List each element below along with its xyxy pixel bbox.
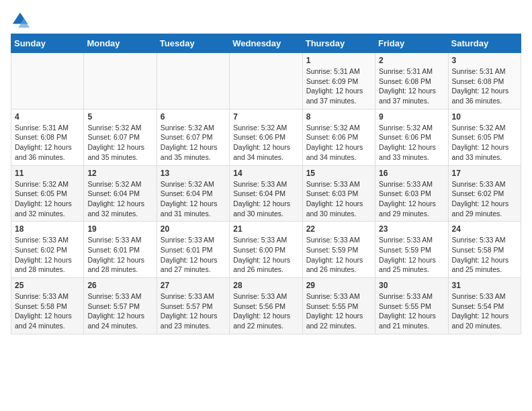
day-info-line: Daylight: 12 hours xyxy=(233,311,298,321)
day-info-line: Daylight: 12 hours xyxy=(306,199,371,209)
day-info-line: and 30 minutes. xyxy=(306,209,371,219)
day-info-line: Daylight: 12 hours xyxy=(306,311,371,321)
day-info-line: and 25 minutes. xyxy=(379,265,444,275)
day-info-line: Sunrise: 5:33 AM xyxy=(15,235,80,245)
calendar-cell: 6Sunrise: 5:32 AMSunset: 6:07 PMDaylight… xyxy=(157,109,229,165)
day-info-line: Daylight: 12 hours xyxy=(452,311,517,321)
calendar-cell: 24Sunrise: 5:33 AMSunset: 5:58 PMDayligh… xyxy=(448,222,521,278)
day-info-line: and 35 minutes. xyxy=(87,152,152,163)
weekday-header: Monday xyxy=(84,34,157,53)
calendar-cell: 7Sunrise: 5:32 AMSunset: 6:06 PMDaylight… xyxy=(230,109,302,165)
day-info-line: and 37 minutes. xyxy=(306,96,371,106)
day-info-line: Sunset: 6:08 PM xyxy=(15,132,80,142)
day-info-line: Daylight: 12 hours xyxy=(87,199,152,209)
calendar-cell: 26Sunrise: 5:33 AMSunset: 5:57 PMDayligh… xyxy=(84,278,157,334)
day-info-line: Sunset: 6:06 PM xyxy=(306,132,371,142)
day-info-line: Daylight: 12 hours xyxy=(15,311,80,321)
calendar-cell xyxy=(157,53,229,109)
calendar-table: SundayMondayTuesdayWednesdayThursdayFrid… xyxy=(11,34,521,334)
day-info-line: Sunrise: 5:32 AM xyxy=(87,179,152,189)
day-info-line: Sunset: 5:56 PM xyxy=(233,302,298,312)
day-info-line: Daylight: 12 hours xyxy=(161,142,226,152)
calendar-cell: 19Sunrise: 5:33 AMSunset: 6:01 PMDayligh… xyxy=(84,222,157,278)
weekday-header: Friday xyxy=(375,34,448,53)
calendar-cell: 5Sunrise: 5:32 AMSunset: 6:07 PMDaylight… xyxy=(84,109,157,165)
calendar-cell: 9Sunrise: 5:32 AMSunset: 6:06 PMDaylight… xyxy=(375,109,448,165)
day-info-line: Sunset: 5:58 PM xyxy=(452,245,517,255)
day-info-line: Sunrise: 5:32 AM xyxy=(452,123,517,133)
day-info-line: and 20 minutes. xyxy=(452,321,517,331)
logo-icon xyxy=(11,11,30,30)
day-info-line: and 37 minutes. xyxy=(379,96,444,106)
day-info-line: and 24 minutes. xyxy=(15,321,80,331)
day-info-line: Sunrise: 5:33 AM xyxy=(233,291,298,302)
day-info-line: and 33 minutes. xyxy=(379,152,444,163)
calendar-cell: 27Sunrise: 5:33 AMSunset: 5:57 PMDayligh… xyxy=(157,278,229,334)
day-info-line: and 30 minutes. xyxy=(233,209,298,219)
day-number: 12 xyxy=(87,169,152,178)
weekday-header: Tuesday xyxy=(157,34,229,53)
day-info-line: Sunrise: 5:33 AM xyxy=(452,235,517,245)
day-info-line: and 32 minutes. xyxy=(87,209,152,219)
day-info-line: Sunset: 5:59 PM xyxy=(306,245,371,255)
day-info-line: and 26 minutes. xyxy=(306,265,371,275)
logo xyxy=(11,11,32,30)
day-number: 6 xyxy=(161,112,226,122)
day-info-line: and 34 minutes. xyxy=(306,152,371,163)
calendar-cell: 10Sunrise: 5:32 AMSunset: 6:05 PMDayligh… xyxy=(448,109,521,165)
day-info-line: Sunset: 6:06 PM xyxy=(233,132,298,142)
calendar-cell: 11Sunrise: 5:32 AMSunset: 6:05 PMDayligh… xyxy=(11,165,84,222)
day-info-line: Sunrise: 5:33 AM xyxy=(87,291,152,302)
day-info-line: Sunset: 6:02 PM xyxy=(15,245,80,255)
day-info-line: Sunrise: 5:32 AM xyxy=(15,179,80,189)
day-info-line: Sunrise: 5:31 AM xyxy=(306,66,371,77)
calendar-cell: 12Sunrise: 5:32 AMSunset: 6:04 PMDayligh… xyxy=(84,165,157,222)
day-info-line: Sunset: 6:01 PM xyxy=(161,245,226,255)
weekday-header: Saturday xyxy=(448,34,521,53)
day-info-line: Daylight: 12 hours xyxy=(379,311,444,321)
calendar-cell: 8Sunrise: 5:32 AMSunset: 6:06 PMDaylight… xyxy=(302,109,375,165)
day-info-line: Daylight: 12 hours xyxy=(15,142,80,152)
calendar-week-row: 18Sunrise: 5:33 AMSunset: 6:02 PMDayligh… xyxy=(11,222,521,278)
day-info-line: Daylight: 12 hours xyxy=(306,86,371,96)
day-info-line: Daylight: 12 hours xyxy=(452,199,517,209)
day-info-line: Sunset: 5:58 PM xyxy=(15,302,80,312)
day-number: 1 xyxy=(306,56,371,65)
day-number: 26 xyxy=(87,281,152,290)
day-number: 15 xyxy=(306,169,371,178)
day-info-line: Daylight: 12 hours xyxy=(306,142,371,152)
day-number: 30 xyxy=(379,281,444,290)
calendar-cell xyxy=(84,53,157,109)
day-info-line: Daylight: 12 hours xyxy=(379,142,444,152)
day-info-line: Sunrise: 5:33 AM xyxy=(161,235,226,245)
day-number: 21 xyxy=(233,224,298,234)
day-info-line: Sunset: 6:04 PM xyxy=(87,189,152,199)
day-number: 20 xyxy=(161,224,226,234)
day-number: 10 xyxy=(452,112,517,122)
calendar-cell: 25Sunrise: 5:33 AMSunset: 5:58 PMDayligh… xyxy=(11,278,84,334)
day-info-line: and 22 minutes. xyxy=(306,321,371,331)
day-info-line: Daylight: 12 hours xyxy=(87,142,152,152)
day-info-line: Sunset: 6:06 PM xyxy=(379,132,444,142)
day-info-line: Sunrise: 5:32 AM xyxy=(379,123,444,133)
day-info-line: Daylight: 12 hours xyxy=(306,255,371,265)
day-number: 27 xyxy=(161,281,226,290)
day-info-line: Sunset: 6:04 PM xyxy=(233,189,298,199)
day-info-line: Daylight: 12 hours xyxy=(161,199,226,209)
day-info-line: and 24 minutes. xyxy=(87,321,152,331)
calendar-cell: 2Sunrise: 5:31 AMSunset: 6:08 PMDaylight… xyxy=(375,53,448,109)
day-info-line: Daylight: 12 hours xyxy=(233,142,298,152)
day-info-line: and 27 minutes. xyxy=(161,265,226,275)
day-info-line: Daylight: 12 hours xyxy=(452,255,517,265)
calendar-cell: 16Sunrise: 5:33 AMSunset: 6:03 PMDayligh… xyxy=(375,165,448,222)
calendar-cell: 18Sunrise: 5:33 AMSunset: 6:02 PMDayligh… xyxy=(11,222,84,278)
day-number: 13 xyxy=(161,169,226,178)
day-info-line: and 31 minutes. xyxy=(161,209,226,219)
day-info-line: Daylight: 12 hours xyxy=(87,255,152,265)
day-info-line: Sunset: 6:05 PM xyxy=(452,132,517,142)
page-header xyxy=(11,11,521,30)
day-info-line: Sunset: 6:03 PM xyxy=(306,189,371,199)
calendar-week-row: 1Sunrise: 5:31 AMSunset: 6:09 PMDaylight… xyxy=(11,53,521,109)
day-info-line: Sunrise: 5:33 AM xyxy=(15,291,80,302)
day-info-line: Daylight: 12 hours xyxy=(452,142,517,152)
